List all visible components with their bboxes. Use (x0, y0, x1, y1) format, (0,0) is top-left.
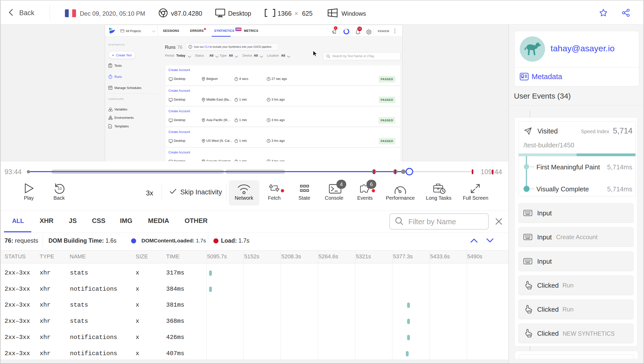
svg-text:10: 10 (58, 186, 62, 191)
